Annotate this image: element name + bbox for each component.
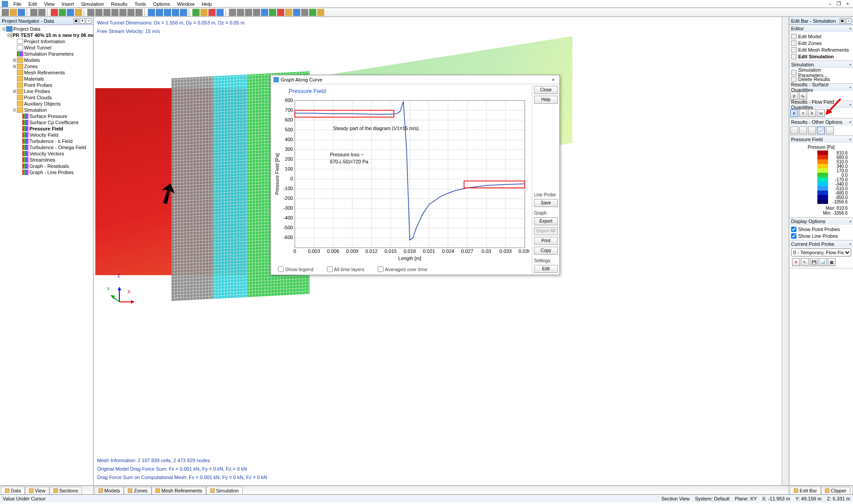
tree-item[interactable]: Pressure Field	[1, 126, 92, 132]
tree-item[interactable]: Turbulence - Omega Field	[1, 144, 92, 150]
tree-item[interactable]: Velocity Field	[1, 132, 92, 138]
btn-opt-3[interactable]	[808, 126, 816, 134]
tool-view-front[interactable]	[87, 9, 94, 16]
tool-view-left[interactable]	[103, 9, 110, 16]
tab-models[interactable]: Models	[94, 487, 124, 494]
tree-item[interactable]: Auxiliary Objects	[1, 101, 92, 107]
minimize-button[interactable]: –	[826, 1, 833, 7]
navigator-tree[interactable]: ⊟Project Data⊟PR TEST 40% 15 m s new try…	[0, 25, 93, 485]
tree-item[interactable]: Simulation Parameters	[1, 51, 92, 57]
edit-button[interactable]: Edit	[534, 265, 558, 273]
dialog-titlebar[interactable]: Graph Along Curve ×	[271, 75, 559, 84]
tool-view-top[interactable]	[119, 9, 127, 16]
tool-misc-5[interactable]	[261, 9, 268, 16]
tree-item[interactable]: Streamlines	[1, 157, 92, 163]
menu-options[interactable]: Options	[150, 0, 174, 8]
menu-edit[interactable]: Edit	[25, 0, 41, 8]
tool-stop[interactable]	[51, 9, 58, 16]
tool-result[interactable]	[75, 9, 82, 16]
menu-results[interactable]: Results	[107, 0, 131, 8]
section-other-opts[interactable]: Results - Other Options▾	[789, 118, 853, 126]
tool-misc-12[interactable]	[317, 9, 324, 16]
tool-view-back[interactable]	[95, 9, 102, 16]
btn-surface-cp[interactable]: cₚ	[799, 92, 807, 100]
btn-surface-p[interactable]: p	[790, 92, 798, 100]
section-editor[interactable]: Editor▾	[789, 25, 853, 32]
dialog-help-button[interactable]: Help	[534, 96, 558, 104]
btn-opt-1[interactable]	[790, 126, 798, 134]
tool-zoom-fit[interactable]	[148, 9, 155, 16]
menu-tools[interactable]: Tools	[131, 0, 150, 8]
viewport[interactable]: ➚ Wind Tunnel Dimensions: Dx = 1.556 m, …	[94, 17, 789, 485]
tool-pan[interactable]	[172, 9, 179, 16]
chk-all-time-layers[interactable]: All time layers	[327, 266, 364, 272]
chk-averaged[interactable]: Averaged over time	[378, 266, 427, 272]
tool-clip[interactable]	[200, 9, 208, 16]
tree-item[interactable]: Project Information	[1, 38, 92, 45]
tree-item[interactable]: Turbulence - k Field	[1, 138, 92, 144]
tab-mesh-refinements[interactable]: Mesh Refinements	[151, 487, 206, 494]
probe-btn-chart[interactable]: 📊	[819, 258, 827, 266]
editbar-pin-icon[interactable]: ▣	[840, 18, 845, 24]
tool-zoom-in[interactable]	[156, 9, 163, 16]
btn-field-k[interactable]: k	[808, 109, 816, 117]
tool-misc-3[interactable]	[245, 9, 252, 16]
tree-item[interactable]: Wind Tunnel	[1, 45, 92, 51]
tool-view-bottom[interactable]	[127, 9, 135, 16]
edit-zones[interactable]: Edit Zones	[791, 40, 851, 46]
tree-item[interactable]: ⊞Models	[1, 57, 92, 63]
tool-misc-8[interactable]	[285, 9, 292, 16]
tab-zones[interactable]: Zones	[124, 487, 151, 494]
tree-item[interactable]: Point Clouds	[1, 94, 92, 101]
tool-misc-7[interactable]	[277, 9, 284, 16]
btn-opt-2[interactable]	[799, 126, 807, 134]
tool-section[interactable]	[192, 9, 200, 16]
tool-misc-9[interactable]	[293, 9, 300, 16]
tool-save[interactable]	[18, 9, 25, 16]
tree-item[interactable]: ⊟Simulation	[1, 107, 92, 113]
tree-item[interactable]: ⊞Zones	[1, 63, 92, 69]
btn-field-v[interactable]: v	[799, 109, 807, 117]
tree-item[interactable]: Surface Pressure	[1, 113, 92, 119]
export-all-button[interactable]: Export All	[534, 227, 558, 235]
chk-line-probes[interactable]: Show Line Probes	[791, 232, 851, 239]
tab-clipper[interactable]: Clipper	[821, 487, 850, 494]
tool-run[interactable]	[59, 9, 66, 16]
menu-window[interactable]: Window	[174, 0, 198, 8]
section-point-probe[interactable]: Current Point Probe▾	[789, 240, 853, 248]
copy-button[interactable]: Copy	[534, 247, 558, 255]
menu-insert[interactable]: Insert	[58, 0, 78, 8]
tool-rotate[interactable]	[180, 9, 187, 16]
chk-point-probes[interactable]: Show Point Probes	[791, 226, 851, 232]
tool-mesh[interactable]	[67, 9, 74, 16]
btn-field-omega[interactable]: ω	[817, 109, 825, 117]
tab-editbar[interactable]: Edit Bar	[790, 487, 821, 494]
tree-item[interactable]: Surface Cp Coefficient	[1, 119, 92, 126]
section-pressure-field[interactable]: Pressure Field▾	[789, 136, 853, 143]
restore-button[interactable]: ❐	[835, 1, 842, 7]
viewport-scrollbar[interactable]	[782, 17, 789, 485]
tree-item[interactable]: Materials	[1, 76, 92, 82]
save-button[interactable]: Save	[534, 199, 558, 207]
tool-undo[interactable]	[30, 9, 37, 16]
section-display-opts[interactable]: Display Options▾	[789, 218, 853, 225]
tool-zoom-out[interactable]	[164, 9, 171, 16]
dialog-close-icon[interactable]: ×	[550, 77, 557, 82]
tool-misc-6[interactable]	[269, 9, 276, 16]
tree-item[interactable]: ⊟Project Data	[1, 26, 92, 32]
editbar-close-icon[interactable]: ×	[846, 18, 851, 24]
tool-misc-2[interactable]	[237, 9, 244, 16]
tool-redo[interactable]	[38, 9, 45, 16]
tab-sections[interactable]: Sections	[49, 487, 82, 494]
print-button[interactable]: Print	[534, 237, 558, 245]
menu-file[interactable]: File	[10, 0, 25, 8]
tool-misc-1[interactable]	[229, 9, 236, 16]
panel-close-icon[interactable]: ×	[86, 18, 91, 24]
tool-stream[interactable]	[216, 9, 224, 16]
tool-new[interactable]	[2, 9, 9, 16]
tool-misc-10[interactable]	[301, 9, 308, 16]
tree-item[interactable]: ⊟PR TEST 40% 15 m s new try 06 mesh	[1, 32, 92, 38]
panel-pin-icon[interactable]: ▣	[73, 18, 79, 24]
tree-item[interactable]: Graph - Residuals	[1, 163, 92, 169]
tree-item[interactable]: Point Probes	[1, 82, 92, 88]
